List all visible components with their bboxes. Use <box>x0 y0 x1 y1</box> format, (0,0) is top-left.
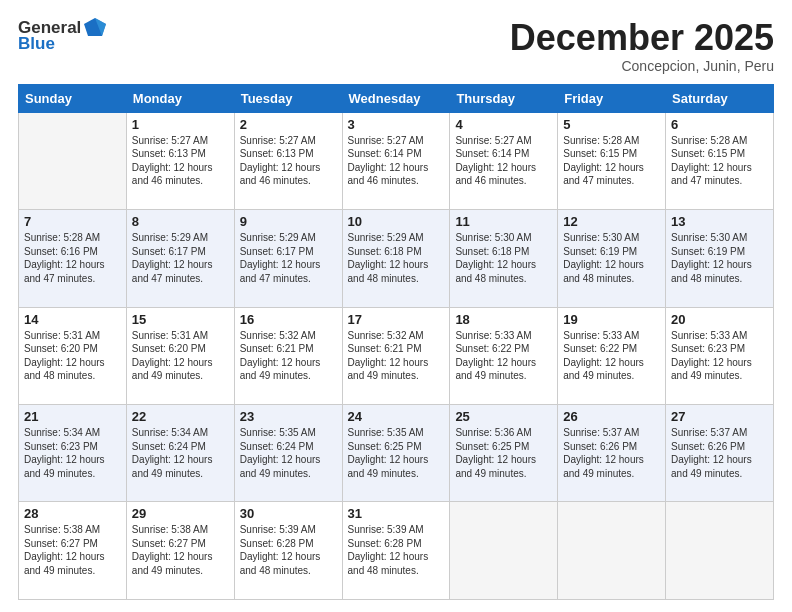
day-info: Sunrise: 5:36 AM Sunset: 6:25 PM Dayligh… <box>455 426 552 480</box>
col-monday: Monday <box>126 84 234 112</box>
day-number: 6 <box>671 117 768 132</box>
day-info: Sunrise: 5:35 AM Sunset: 6:24 PM Dayligh… <box>240 426 337 480</box>
day-number: 18 <box>455 312 552 327</box>
table-row: 7Sunrise: 5:28 AM Sunset: 6:16 PM Daylig… <box>19 210 127 307</box>
table-row: 2Sunrise: 5:27 AM Sunset: 6:13 PM Daylig… <box>234 112 342 209</box>
day-info: Sunrise: 5:27 AM Sunset: 6:14 PM Dayligh… <box>348 134 445 188</box>
day-info: Sunrise: 5:31 AM Sunset: 6:20 PM Dayligh… <box>132 329 229 383</box>
day-number: 16 <box>240 312 337 327</box>
table-row: 28Sunrise: 5:38 AM Sunset: 6:27 PM Dayli… <box>19 502 127 600</box>
day-number: 3 <box>348 117 445 132</box>
day-number: 11 <box>455 214 552 229</box>
day-number: 24 <box>348 409 445 424</box>
day-info: Sunrise: 5:28 AM Sunset: 6:15 PM Dayligh… <box>563 134 660 188</box>
header: General Blue December 2025 Concepcion, J… <box>18 18 774 74</box>
day-info: Sunrise: 5:38 AM Sunset: 6:27 PM Dayligh… <box>132 523 229 577</box>
day-info: Sunrise: 5:39 AM Sunset: 6:28 PM Dayligh… <box>348 523 445 577</box>
table-row: 21Sunrise: 5:34 AM Sunset: 6:23 PM Dayli… <box>19 405 127 502</box>
day-number: 20 <box>671 312 768 327</box>
col-tuesday: Tuesday <box>234 84 342 112</box>
day-info: Sunrise: 5:33 AM Sunset: 6:23 PM Dayligh… <box>671 329 768 383</box>
table-row: 10Sunrise: 5:29 AM Sunset: 6:18 PM Dayli… <box>342 210 450 307</box>
table-row: 15Sunrise: 5:31 AM Sunset: 6:20 PM Dayli… <box>126 307 234 404</box>
col-thursday: Thursday <box>450 84 558 112</box>
day-number: 15 <box>132 312 229 327</box>
col-wednesday: Wednesday <box>342 84 450 112</box>
table-row <box>19 112 127 209</box>
day-info: Sunrise: 5:38 AM Sunset: 6:27 PM Dayligh… <box>24 523 121 577</box>
table-row: 24Sunrise: 5:35 AM Sunset: 6:25 PM Dayli… <box>342 405 450 502</box>
day-info: Sunrise: 5:27 AM Sunset: 6:13 PM Dayligh… <box>240 134 337 188</box>
day-info: Sunrise: 5:34 AM Sunset: 6:24 PM Dayligh… <box>132 426 229 480</box>
day-number: 19 <box>563 312 660 327</box>
day-info: Sunrise: 5:30 AM Sunset: 6:19 PM Dayligh… <box>563 231 660 285</box>
day-info: Sunrise: 5:32 AM Sunset: 6:21 PM Dayligh… <box>348 329 445 383</box>
day-info: Sunrise: 5:35 AM Sunset: 6:25 PM Dayligh… <box>348 426 445 480</box>
calendar-header-row: Sunday Monday Tuesday Wednesday Thursday… <box>19 84 774 112</box>
day-number: 12 <box>563 214 660 229</box>
day-number: 25 <box>455 409 552 424</box>
table-row: 11Sunrise: 5:30 AM Sunset: 6:18 PM Dayli… <box>450 210 558 307</box>
day-number: 28 <box>24 506 121 521</box>
table-row: 9Sunrise: 5:29 AM Sunset: 6:17 PM Daylig… <box>234 210 342 307</box>
table-row: 4Sunrise: 5:27 AM Sunset: 6:14 PM Daylig… <box>450 112 558 209</box>
day-number: 23 <box>240 409 337 424</box>
table-row: 16Sunrise: 5:32 AM Sunset: 6:21 PM Dayli… <box>234 307 342 404</box>
table-row: 1Sunrise: 5:27 AM Sunset: 6:13 PM Daylig… <box>126 112 234 209</box>
day-number: 10 <box>348 214 445 229</box>
table-row: 3Sunrise: 5:27 AM Sunset: 6:14 PM Daylig… <box>342 112 450 209</box>
day-number: 21 <box>24 409 121 424</box>
day-number: 5 <box>563 117 660 132</box>
table-row: 17Sunrise: 5:32 AM Sunset: 6:21 PM Dayli… <box>342 307 450 404</box>
day-number: 22 <box>132 409 229 424</box>
day-info: Sunrise: 5:28 AM Sunset: 6:16 PM Dayligh… <box>24 231 121 285</box>
day-number: 4 <box>455 117 552 132</box>
title-area: December 2025 Concepcion, Junin, Peru <box>510 18 774 74</box>
day-info: Sunrise: 5:32 AM Sunset: 6:21 PM Dayligh… <box>240 329 337 383</box>
day-number: 17 <box>348 312 445 327</box>
logo-icon <box>84 18 106 38</box>
col-friday: Friday <box>558 84 666 112</box>
table-row <box>666 502 774 600</box>
table-row: 5Sunrise: 5:28 AM Sunset: 6:15 PM Daylig… <box>558 112 666 209</box>
day-info: Sunrise: 5:34 AM Sunset: 6:23 PM Dayligh… <box>24 426 121 480</box>
day-info: Sunrise: 5:37 AM Sunset: 6:26 PM Dayligh… <box>563 426 660 480</box>
day-number: 29 <box>132 506 229 521</box>
table-row: 13Sunrise: 5:30 AM Sunset: 6:19 PM Dayli… <box>666 210 774 307</box>
day-number: 2 <box>240 117 337 132</box>
day-number: 31 <box>348 506 445 521</box>
day-number: 30 <box>240 506 337 521</box>
table-row: 14Sunrise: 5:31 AM Sunset: 6:20 PM Dayli… <box>19 307 127 404</box>
calendar-week-row: 7Sunrise: 5:28 AM Sunset: 6:16 PM Daylig… <box>19 210 774 307</box>
day-number: 8 <box>132 214 229 229</box>
day-number: 27 <box>671 409 768 424</box>
calendar-week-row: 14Sunrise: 5:31 AM Sunset: 6:20 PM Dayli… <box>19 307 774 404</box>
table-row: 29Sunrise: 5:38 AM Sunset: 6:27 PM Dayli… <box>126 502 234 600</box>
logo-area: General Blue <box>18 18 109 54</box>
col-sunday: Sunday <box>19 84 127 112</box>
day-info: Sunrise: 5:29 AM Sunset: 6:17 PM Dayligh… <box>132 231 229 285</box>
day-info: Sunrise: 5:39 AM Sunset: 6:28 PM Dayligh… <box>240 523 337 577</box>
day-info: Sunrise: 5:33 AM Sunset: 6:22 PM Dayligh… <box>455 329 552 383</box>
table-row: 26Sunrise: 5:37 AM Sunset: 6:26 PM Dayli… <box>558 405 666 502</box>
month-title: December 2025 <box>510 18 774 58</box>
table-row <box>450 502 558 600</box>
table-row: 22Sunrise: 5:34 AM Sunset: 6:24 PM Dayli… <box>126 405 234 502</box>
logo-blue: Blue <box>18 34 55 54</box>
table-row: 18Sunrise: 5:33 AM Sunset: 6:22 PM Dayli… <box>450 307 558 404</box>
day-info: Sunrise: 5:31 AM Sunset: 6:20 PM Dayligh… <box>24 329 121 383</box>
day-info: Sunrise: 5:30 AM Sunset: 6:18 PM Dayligh… <box>455 231 552 285</box>
table-row: 6Sunrise: 5:28 AM Sunset: 6:15 PM Daylig… <box>666 112 774 209</box>
table-row: 31Sunrise: 5:39 AM Sunset: 6:28 PM Dayli… <box>342 502 450 600</box>
table-row: 19Sunrise: 5:33 AM Sunset: 6:22 PM Dayli… <box>558 307 666 404</box>
day-info: Sunrise: 5:29 AM Sunset: 6:17 PM Dayligh… <box>240 231 337 285</box>
table-row: 27Sunrise: 5:37 AM Sunset: 6:26 PM Dayli… <box>666 405 774 502</box>
day-number: 1 <box>132 117 229 132</box>
table-row: 12Sunrise: 5:30 AM Sunset: 6:19 PM Dayli… <box>558 210 666 307</box>
day-info: Sunrise: 5:29 AM Sunset: 6:18 PM Dayligh… <box>348 231 445 285</box>
day-number: 14 <box>24 312 121 327</box>
day-info: Sunrise: 5:27 AM Sunset: 6:14 PM Dayligh… <box>455 134 552 188</box>
page: General Blue December 2025 Concepcion, J… <box>0 0 792 612</box>
calendar-week-row: 1Sunrise: 5:27 AM Sunset: 6:13 PM Daylig… <box>19 112 774 209</box>
table-row: 20Sunrise: 5:33 AM Sunset: 6:23 PM Dayli… <box>666 307 774 404</box>
